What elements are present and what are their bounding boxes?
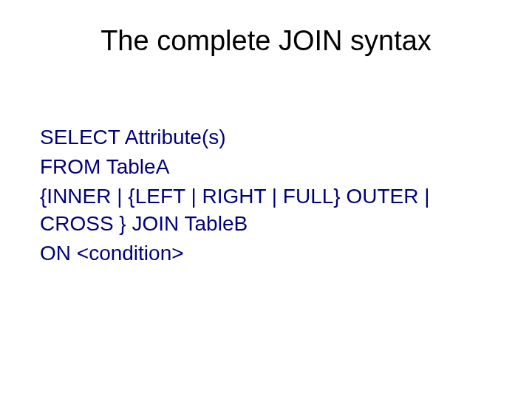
syntax-line-select: SELECT Attribute(s) bbox=[40, 123, 495, 151]
syntax-line-on: ON <condition> bbox=[40, 239, 495, 267]
slide-title: The complete JOIN syntax bbox=[37, 25, 495, 57]
slide-content: SELECT Attribute(s) FROM TableA {INNER |… bbox=[37, 123, 495, 267]
syntax-line-join: {INNER | {LEFT | RIGHT | FULL} OUTER | C… bbox=[40, 183, 495, 239]
slide: The complete JOIN syntax SELECT Attribut… bbox=[0, 0, 532, 399]
syntax-line-from: FROM TableA bbox=[40, 153, 495, 181]
